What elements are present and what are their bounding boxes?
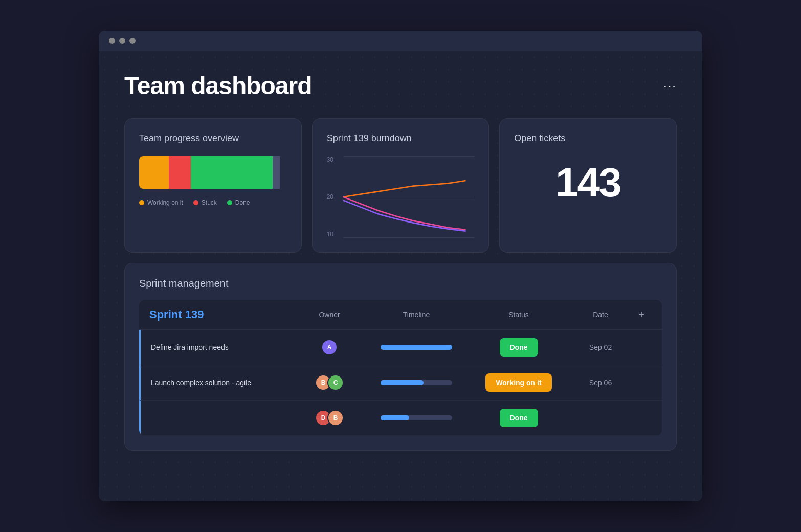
timeline-fill-1	[381, 345, 452, 350]
page-title: Team dashboard	[124, 72, 312, 100]
progress-card-title: Team progress overview	[139, 133, 287, 144]
task-owner-2: B C	[294, 374, 365, 391]
task-owner-3: D B	[294, 410, 365, 426]
col-date: Date	[570, 311, 631, 319]
status-cell-3: Done	[468, 409, 570, 427]
legend-done: Done	[227, 199, 250, 206]
progress-bar	[139, 156, 287, 189]
tickets-card: Open tickets 143	[499, 118, 677, 253]
browser-window: Team dashboard ··· Team progress overvie…	[99, 31, 702, 501]
segment-done	[191, 156, 276, 189]
dashboard-header: Team dashboard ···	[124, 72, 677, 100]
cards-row: Team progress overview Working on it	[124, 118, 677, 253]
segment-working	[139, 156, 169, 189]
legend-dot-stuck	[193, 200, 198, 205]
timeline-bar-1	[381, 345, 452, 350]
timeline-fill-2a	[381, 380, 424, 385]
legend-stuck: Stuck	[193, 199, 217, 206]
more-options-button[interactable]: ···	[663, 79, 677, 93]
task-date-2: Sep 06	[570, 379, 631, 387]
avatar-group-1: A	[321, 339, 338, 356]
progress-card: Team progress overview Working on it	[124, 118, 302, 253]
avatar-3b: B	[327, 410, 344, 426]
burndown-card: Sprint 139 burndown 30 20 10	[312, 118, 490, 253]
legend: Working on it Stuck Done	[139, 199, 287, 206]
sprint-name: Sprint 139	[149, 308, 294, 321]
sprint-inner: Sprint 139 Owner Timeline Status Date + …	[139, 300, 662, 436]
timeline-fill-3	[381, 415, 409, 420]
legend-working: Working on it	[139, 199, 183, 206]
grid-line-2	[343, 197, 475, 197]
avatar-2b: C	[327, 374, 344, 391]
task-owner-1: A	[294, 339, 365, 356]
burndown-chart: 30 20 10	[327, 156, 475, 238]
sprint-header: Sprint 139 Owner Timeline Status Date +	[139, 300, 662, 330]
tickets-count: 143	[514, 159, 662, 206]
timeline-bar-2	[381, 380, 452, 385]
avatar-group-2: B C	[315, 374, 344, 391]
col-owner: Owner	[294, 311, 365, 319]
legend-label-working: Working on it	[147, 199, 183, 206]
dashboard-content: Team dashboard ··· Team progress overvie…	[99, 51, 702, 501]
timeline-2	[365, 380, 468, 385]
table-row: Define Jira import needs A Done	[139, 330, 662, 365]
chart-area	[343, 156, 475, 238]
status-cell-1: Done	[468, 338, 570, 357]
grid-lines	[343, 156, 475, 238]
task-name-1: Define Jira import needs	[151, 343, 294, 351]
task-name-2: Launch complex solution - agile	[151, 379, 294, 387]
legend-label-stuck: Stuck	[202, 199, 217, 206]
add-column-button[interactable]: +	[631, 309, 652, 321]
y-label-10: 10	[327, 231, 333, 238]
avatar-group-3: D B	[315, 410, 344, 426]
sprint-section: Sprint management Sprint 139 Owner Timel…	[124, 263, 677, 451]
table-row: Launch complex solution - agile B C Wo	[139, 365, 662, 401]
y-label-20: 20	[327, 193, 333, 201]
grid-line-1	[343, 156, 475, 157]
progress-handle[interactable]	[273, 156, 280, 189]
task-date-1: Sep 02	[570, 343, 631, 351]
timeline-1	[365, 345, 468, 350]
tickets-card-title: Open tickets	[514, 133, 662, 144]
grid-line-3	[343, 237, 475, 238]
avatar-1: A	[321, 339, 338, 356]
col-timeline: Timeline	[365, 311, 468, 319]
y-labels: 30 20 10	[327, 156, 333, 238]
status-cell-2: Working on it	[468, 373, 570, 392]
status-badge-3: Done	[500, 409, 538, 427]
y-label-30: 30	[327, 156, 333, 163]
timeline-bar-3	[381, 415, 452, 420]
status-badge-2: Working on it	[485, 373, 551, 392]
titlebar	[99, 31, 702, 51]
traffic-light-red[interactable]	[109, 38, 115, 44]
timeline-3	[365, 415, 468, 420]
col-status: Status	[468, 311, 570, 319]
table-row: D B Done	[139, 401, 662, 436]
legend-dot-working	[139, 200, 144, 205]
legend-dot-done	[227, 200, 232, 205]
traffic-light-yellow[interactable]	[119, 38, 125, 44]
legend-label-done: Done	[235, 199, 250, 206]
traffic-light-green[interactable]	[129, 38, 136, 44]
sprint-section-title: Sprint management	[139, 278, 662, 290]
status-badge-1: Done	[500, 338, 538, 357]
segment-stuck	[169, 156, 191, 189]
burndown-card-title: Sprint 139 burndown	[327, 133, 475, 144]
